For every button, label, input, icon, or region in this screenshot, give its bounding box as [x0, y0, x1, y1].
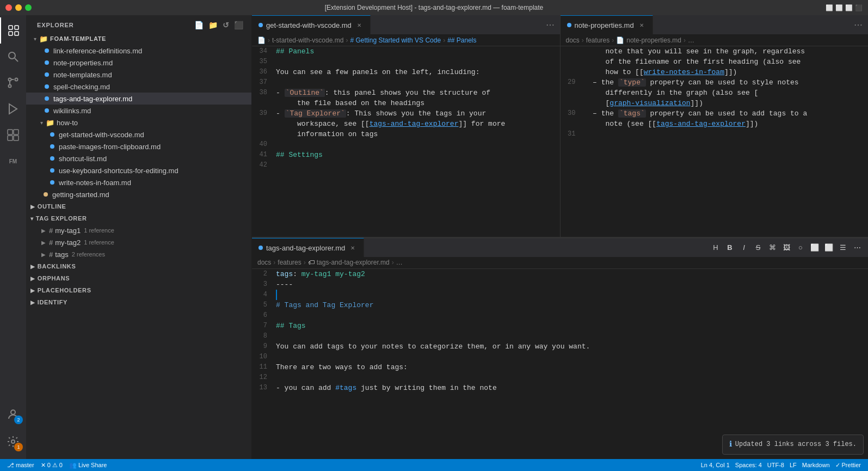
file-link-reference[interactable]: link-reference-definitions.md	[26, 45, 251, 57]
toolbar-h[interactable]: H	[709, 242, 722, 254]
status-encoding[interactable]: UTF-8	[765, 462, 787, 468]
close-button[interactable]	[5, 4, 12, 11]
tag-my-tag1[interactable]: ▶ # my-tag1 1 reference	[26, 224, 251, 236]
identify-section[interactable]: ▶ IDENTIFY	[26, 296, 251, 308]
breadcrumb-docs[interactable]: docs	[566, 36, 580, 44]
toolbar-split-view2[interactable]: ⬜	[822, 242, 835, 254]
close-tab-icon[interactable]: ✕	[355, 21, 364, 29]
collapse-icon[interactable]: ⬛	[233, 20, 245, 30]
warning-icon: ⚠	[52, 462, 58, 469]
toolbar-more[interactable]: ⋯	[851, 242, 864, 254]
breadcrumb-note-properties[interactable]: 📄	[616, 36, 624, 44]
close-tab-icon[interactable]: ✕	[348, 243, 357, 252]
maximize-button[interactable]	[25, 4, 32, 11]
file-wikilinks[interactable]: wikilinks.md	[26, 105, 251, 117]
activity-explorer[interactable]	[0, 17, 26, 44]
file-tree: ▾ 📁 FOAM-TEMPLATE link-reference-definit…	[26, 33, 251, 459]
breadcrumb-ellipsis-bottom[interactable]: …	[396, 259, 403, 266]
file-note-templates[interactable]: note-templates.md	[26, 69, 251, 81]
file-tags-explorer[interactable]: tags-and-tag-explorer.md	[26, 93, 251, 105]
tag-tags[interactable]: ▶ # tags 2 references	[26, 248, 251, 260]
file-paste-images[interactable]: paste-images-from-clipboard.md	[26, 140, 251, 152]
how-to-folder[interactable]: ▾ 📁 how-to	[26, 117, 251, 129]
breadcrumb-features[interactable]: features	[586, 36, 610, 44]
toolbar-columns[interactable]: ☰	[836, 242, 849, 254]
top-left-editor-content[interactable]: 34 ## Panels 35 36 You can see a few pan…	[252, 46, 560, 237]
breadcrumb-ellipsis[interactable]: …	[688, 36, 694, 44]
activity-settings[interactable]: 1	[0, 429, 26, 455]
tab-note-properties[interactable]: note-properties.md ✕	[561, 15, 653, 34]
editor-line: 11 There are two ways to add tags:	[252, 362, 868, 372]
foam-template-folder[interactable]: ▾ 📁 FOAM-TEMPLATE	[26, 33, 251, 45]
status-position[interactable]: Ln 4, Col 1	[698, 462, 732, 468]
toolbar-circle[interactable]: ○	[794, 242, 807, 254]
tag-my-tag2[interactable]: ▶ # my-tag2 1 reference	[26, 236, 251, 248]
sidebar: EXPLORER 📄 📁 ↺ ⬛ ▾ 📁 FOAM-TEMPLATE link-…	[26, 15, 252, 459]
status-live-share[interactable]: 👥 Live Share	[66, 459, 110, 471]
activity-accounts[interactable]: 2	[0, 401, 26, 427]
file-getting-started[interactable]: getting-started.md	[26, 188, 251, 200]
file-shortcut-list[interactable]: shortcut-list.md	[26, 152, 251, 164]
file-get-started[interactable]: get-started-with-vscode.md	[26, 129, 251, 140]
editor-line: 37	[252, 77, 560, 88]
minimize-button[interactable]	[15, 4, 22, 11]
activity-source-control[interactable]	[0, 70, 26, 96]
activity-run[interactable]	[0, 96, 26, 122]
toolbar-i[interactable]: I	[737, 242, 750, 254]
status-prettier[interactable]: ✓ Prettier	[833, 462, 864, 469]
refresh-icon[interactable]: ↺	[221, 20, 231, 30]
breadcrumb-note-properties-name[interactable]: note-properties.md	[626, 36, 681, 44]
tab-tags-explorer-bottom[interactable]: tags-and-tag-explorer.md ✕	[252, 238, 364, 257]
breadcrumb-file-icon-bottom[interactable]: 🏷	[308, 259, 315, 266]
status-language[interactable]: Markdown	[799, 462, 833, 468]
orphans-section[interactable]: ▶ ORPHANS	[26, 272, 251, 284]
new-file-icon[interactable]: 📄	[193, 20, 205, 30]
breadcrumb-item-1[interactable]: 📄	[257, 36, 266, 44]
tab-more-icon[interactable]: ⋯	[540, 20, 560, 30]
tag-tags-name: tags	[55, 250, 69, 259]
close-tab-icon[interactable]: ✕	[637, 21, 646, 29]
tab-more-right-icon[interactable]: ⋯	[848, 20, 868, 30]
toolbar-split-view[interactable]: ⬜	[808, 242, 821, 254]
tag-explorer-section[interactable]: ▾ TAG EXPLORER	[26, 212, 251, 224]
breadcrumb-item-4[interactable]: ## Panels	[447, 36, 476, 44]
breadcrumb-docs-bottom[interactable]: docs	[257, 259, 271, 266]
breadcrumb-item-3[interactable]: # Getting Started with VS Code	[350, 36, 441, 44]
notification-text: Updated 3 links across 3 files.	[735, 439, 857, 450]
activity-foam[interactable]: FM	[0, 148, 26, 174]
breadcrumb-tags-file[interactable]: tags-and-tag-explorer.md	[317, 259, 390, 266]
file-getting-started-label: getting-started.md	[52, 191, 109, 199]
backlinks-section[interactable]: ▶ BACKLINKS	[26, 260, 251, 272]
toolbar-image[interactable]: 🖼	[780, 242, 793, 254]
toolbar-strikethrough[interactable]: S	[752, 242, 765, 254]
file-write-notes[interactable]: write-notes-in-foam.md	[26, 176, 251, 188]
breadcrumb-item-2[interactable]: t-started-with-vscode.md	[272, 36, 343, 44]
status-branch[interactable]: ⎇ master	[4, 459, 37, 471]
how-to-label: how-to	[57, 119, 78, 127]
file-note-properties[interactable]: note-properties.md	[26, 57, 251, 69]
status-spaces[interactable]: Spaces: 4	[732, 462, 765, 468]
activity-search[interactable]	[0, 44, 26, 70]
new-folder-icon[interactable]: 📁	[207, 20, 219, 30]
svg-rect-2	[9, 32, 13, 35]
toolbar-code[interactable]: ⌘	[766, 242, 779, 254]
breadcrumb-features-bottom[interactable]: features	[278, 259, 301, 266]
file-note-properties-label: note-properties.md	[53, 59, 113, 67]
tag-my-tag2-name: my-tag2	[55, 238, 81, 247]
tab-get-started[interactable]: get-started-with-vscode.md ✕	[252, 15, 371, 34]
tag-explorer-label: TAG EXPLORER	[36, 215, 87, 222]
editor-line: 2 tags: my-tag1 my-tag2	[252, 269, 868, 279]
error-count: 0	[47, 462, 51, 468]
activity-extensions[interactable]	[0, 122, 26, 148]
bottom-editor-content[interactable]: 2 tags: my-tag1 my-tag2 3 ---- 4 5 # Tag…	[252, 269, 868, 460]
status-errors[interactable]: ✕ 0 ⚠ 0	[38, 459, 65, 471]
outline-section[interactable]: ▶ OUTLINE	[26, 200, 251, 212]
placeholders-section[interactable]: ▶ PLACEHOLDERS	[26, 284, 251, 296]
file-spell-checking[interactable]: spell-checking.md	[26, 81, 251, 93]
top-right-editor-content[interactable]: note that you will see in the graph, reg…	[561, 46, 869, 237]
top-left-breadcrumb: 📄 › t-started-with-vscode.md › # Getting…	[252, 34, 560, 46]
file-keyboard-shortcuts[interactable]: use-keyboard-shortcuts-for-editing.md	[26, 164, 251, 176]
toolbar-b[interactable]: B	[723, 242, 736, 254]
file-dot-icon	[258, 246, 263, 250]
status-line-ending[interactable]: LF	[787, 462, 799, 468]
